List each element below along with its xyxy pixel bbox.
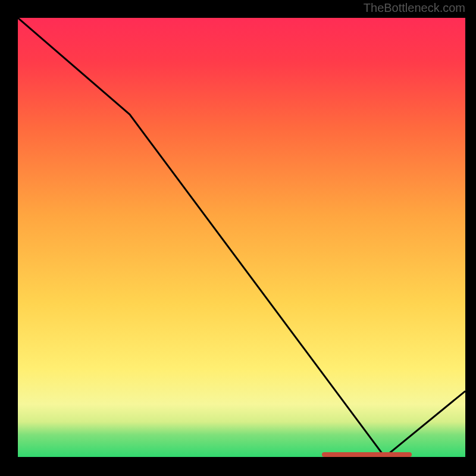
plot-area: [18, 18, 465, 457]
border-left: [0, 0, 18, 476]
chart-frame: TheBottleneck.com: [0, 0, 476, 476]
marker-strip: [322, 452, 411, 457]
plot-svg: [18, 18, 465, 457]
watermark-text: TheBottleneck.com: [364, 1, 465, 15]
border-bottom: [0, 457, 476, 476]
border-right: [465, 0, 476, 476]
gradient-bg: [18, 18, 465, 457]
